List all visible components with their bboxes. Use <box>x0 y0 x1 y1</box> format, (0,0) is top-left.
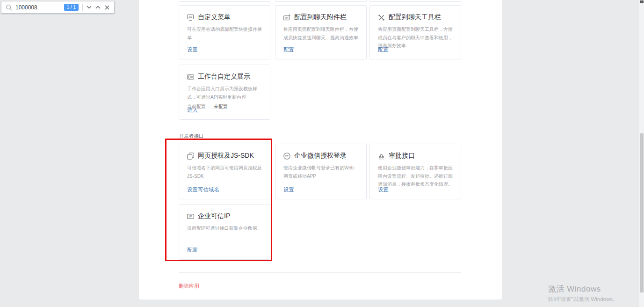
card-stub <box>369 0 461 2</box>
wecom-login-settings-link[interactable]: 设置 <box>283 186 294 193</box>
card-stub <box>179 0 270 2</box>
web-auth-icon <box>187 153 194 160</box>
scrollbar-top-artifact <box>640 0 644 3</box>
card-custom-menu: 自定义菜单 可在应用会话的底部配置快捷操作菜单 设置 <box>179 5 270 59</box>
card-title: 工作台自定义展示 <box>198 73 250 81</box>
find-bar-separator <box>82 4 83 11</box>
delete-app-link[interactable]: 删除应用 <box>179 283 199 290</box>
find-previous-button[interactable] <box>94 2 102 13</box>
custom-menu-settings-link[interactable]: 设置 <box>187 46 198 53</box>
find-next-button[interactable] <box>85 2 94 13</box>
vertical-scrollbar-track[interactable] <box>639 0 644 307</box>
card-chat-toolbar: 配置到聊天工具栏 将应用页面配置到聊天工具栏，方便成员在与客户的聊天中查看和使用… <box>369 5 461 59</box>
search-icon <box>6 4 12 11</box>
approval-settings-link[interactable]: 设置 <box>378 186 389 193</box>
svg-text:IP: IP <box>189 214 192 219</box>
card-desc: 工作台应用入口展示为预设模板样式，可通过API实时更新内容 <box>187 85 262 101</box>
card-chat-attachment: 配置到聊天附件栏 将应用页面配置到聊天附件栏，方便成员快捷发送到聊天，提高沟通效… <box>275 5 367 59</box>
card-workbench-display: 工作台自定义展示 工作台应用入口展示为预设模板样式，可通过API实时更新内容 当… <box>179 65 270 120</box>
watermark-subtitle: 转到“设置”以激活 Windows。 <box>548 296 618 303</box>
current-config-row: 当前配置：未配置 <box>187 103 262 110</box>
card-title: 配置到聊天附件栏 <box>294 13 347 22</box>
card-title: 自定义菜单 <box>198 13 231 22</box>
card-web-auth-jssdk: 网页授权及JS-SDK 可信域名下的网页可使用网页授权及JS-SDK 设置可信域… <box>179 144 270 199</box>
chat-toolbar-icon <box>378 14 385 21</box>
chevron-up-icon <box>95 6 101 9</box>
card-desc: 将应用页面配置到聊天附件栏，方便成员快捷发送到聊天，提高沟通效率 <box>283 25 358 42</box>
card-stub <box>275 0 367 2</box>
card-desc: 使用企业微信审批能力，在非审批应用内设置流程、发起审批。还能订阅通知消息，接收审… <box>378 164 453 189</box>
workbench-enter-link[interactable]: 进入 <box>187 107 198 114</box>
card-trusted-ip: IP 企业可信IP 仅所配IP可通过接口获取企业数据 配置 <box>179 204 270 260</box>
wecom-login-icon <box>283 153 290 160</box>
card-desc: 将应用页面配置到聊天工具栏，方便成员在与客户的聊天中查看和使用，提高服务效率 <box>378 25 453 50</box>
ip-icon: IP <box>187 213 194 220</box>
trusted-domain-settings-link[interactable]: 设置可信域名 <box>187 186 219 193</box>
menu-icon <box>187 14 194 21</box>
chat-attachment-icon <box>283 14 290 21</box>
card-title: 企业可信IP <box>198 212 230 220</box>
find-bar: 1000008 1 / 1 <box>1 1 115 14</box>
developer-api-section-label: 开发者接口 <box>179 133 204 139</box>
workbench-icon <box>187 73 194 80</box>
chat-toolbar-config-link[interactable]: 配置 <box>378 46 389 53</box>
card-desc: 仅所配IP可通过接口获取企业数据 <box>187 224 262 233</box>
match-count-badge: 1 / 1 <box>64 4 79 11</box>
chevron-down-icon <box>87 6 92 9</box>
card-title: 配置到聊天工具栏 <box>389 13 441 22</box>
vertical-scrollbar-thumb[interactable] <box>640 133 644 292</box>
card-title: 审批接口 <box>389 152 415 160</box>
card-wecom-login: 企业微信授权登录 使用企业微信帐号登录已有的Web网页或移动APP 设置 <box>275 144 367 199</box>
watermark-title: 激活 Windows <box>548 284 618 294</box>
bottom-divider <box>179 272 461 273</box>
find-input[interactable]: 1000008 <box>15 4 64 11</box>
current-config-value: 未配置 <box>214 104 228 109</box>
card-desc: 可在应用会话的底部配置快捷操作菜单 <box>187 25 262 42</box>
close-icon <box>105 5 109 10</box>
card-desc: 使用企业微信帐号登录已有的Web网页或移动APP <box>283 164 358 180</box>
card-approval-api: 审批接口 使用企业微信审批能力，在非审批应用内设置流程、发起审批。还能订阅通知消… <box>369 144 461 199</box>
windows-activation-watermark: 激活 Windows 转到“设置”以激活 Windows。 <box>548 284 618 303</box>
trusted-ip-config-link[interactable]: 配置 <box>187 247 198 254</box>
approval-icon <box>378 153 385 160</box>
card-desc: 可信域名下的网页可使用网页授权及JS-SDK <box>187 164 262 180</box>
find-close-button[interactable] <box>102 2 111 13</box>
chat-attachment-config-link[interactable]: 配置 <box>283 46 294 53</box>
card-title: 企业微信授权登录 <box>294 152 347 160</box>
app-detail-panel: 自定义菜单 可在应用会话的底部配置快捷操作菜单 设置 配置到聊天附件栏 将应用页… <box>139 0 502 300</box>
card-title: 网页授权及JS-SDK <box>198 152 254 160</box>
